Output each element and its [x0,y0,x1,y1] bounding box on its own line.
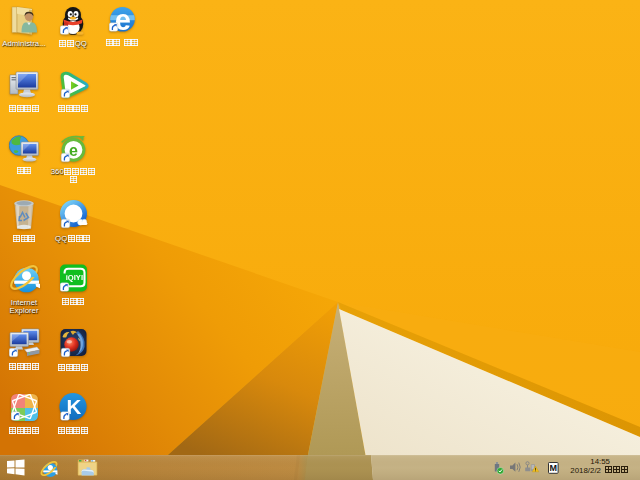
svg-text:2018/2/2: 2018/2/2 [570,466,601,475]
svg-text:M: M [550,463,558,473]
svg-text:iQIYI: iQIYI [65,273,82,282]
svg-text:14:55: 14:55 [590,457,610,466]
svg-text:e: e [69,142,78,159]
